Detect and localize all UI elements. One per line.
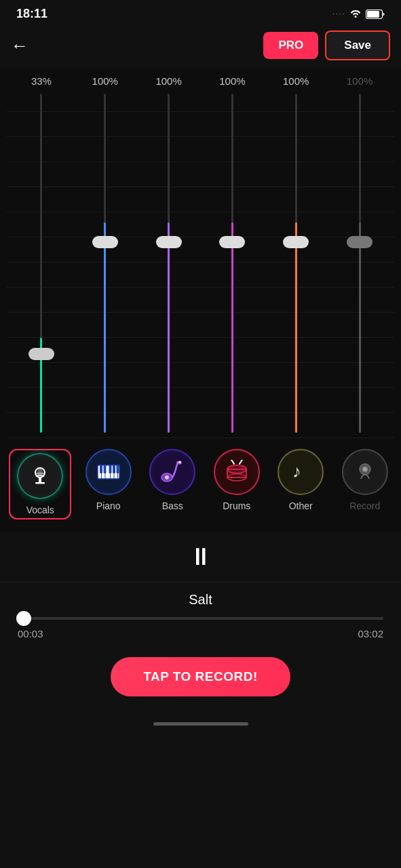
svg-rect-17 (109, 465, 111, 473)
total-time: 03:02 (358, 628, 383, 639)
status-time: 18:11 (16, 7, 47, 21)
progress-container[interactable]: 00:03 03:02 (11, 617, 390, 650)
time-labels: 00:03 03:02 (18, 625, 383, 650)
instr-button-other[interactable]: ♪ Other (273, 449, 328, 519)
battery-icon (366, 9, 385, 19)
instr-button-bass[interactable]: Bass (145, 449, 199, 519)
svg-rect-15 (100, 465, 102, 473)
fader-thumb-piano[interactable] (92, 236, 118, 248)
instr-label-drums: Drums (223, 500, 250, 511)
home-bar (153, 722, 248, 726)
drums-icon (214, 449, 260, 495)
fader-track-vocals (40, 94, 42, 433)
fader-fill-record (359, 222, 361, 433)
pct-vocals: 33% (18, 75, 65, 87)
fader-track-other (295, 94, 297, 433)
svg-point-30 (227, 465, 246, 473)
vocals-icon (17, 453, 63, 499)
svg-rect-18 (113, 465, 115, 473)
fader-thumb-drums[interactable] (219, 236, 245, 248)
instr-button-record[interactable]: Record (338, 449, 392, 519)
fader-record[interactable] (336, 94, 383, 433)
percentage-labels: 33% 100% 100% 100% 100% 100% (7, 68, 394, 87)
fader-other[interactable] (272, 94, 320, 433)
svg-point-23 (165, 475, 169, 479)
fader-track-drums (231, 94, 233, 433)
pct-other: 100% (272, 75, 320, 87)
instr-label-other: Other (289, 500, 313, 511)
piano-icon (85, 449, 132, 495)
svg-rect-4 (35, 482, 45, 484)
instr-button-vocals[interactable]: Vocals (13, 453, 67, 515)
instr-label-piano: Piano (96, 500, 121, 511)
signal-dots-icon: ···· (332, 10, 345, 18)
record-icon (342, 449, 388, 495)
mixer-section: 33% 100% 100% 100% 100% 100% (0, 68, 401, 439)
svg-rect-1 (367, 11, 379, 18)
svg-line-29 (240, 460, 242, 464)
fader-fill-other (295, 222, 297, 433)
fader-thumb-bass[interactable] (156, 236, 182, 248)
pause-button[interactable]: ⏸ (189, 542, 213, 571)
header-right: PRO Save (263, 31, 390, 60)
fader-vocals[interactable] (18, 94, 65, 433)
fader-thumb-record[interactable] (347, 236, 373, 248)
song-section: Salt 00:03 03:02 (0, 582, 401, 650)
home-indicator (0, 717, 401, 734)
fader-bass[interactable] (145, 94, 193, 433)
svg-point-34 (364, 468, 366, 471)
current-time: 00:03 (18, 628, 43, 639)
svg-point-5 (37, 468, 43, 477)
progress-bar-track[interactable] (18, 617, 383, 620)
svg-text:♪: ♪ (292, 461, 301, 481)
status-icons: ···· (332, 8, 385, 20)
instr-button-piano[interactable]: Piano (81, 449, 136, 519)
pct-drums: 100% (208, 75, 256, 87)
status-bar: 18:11 ···· (0, 0, 401, 25)
pct-piano: 100% (81, 75, 129, 87)
instr-vocals-selected-border: Vocals (9, 449, 71, 519)
other-icon: ♪ (278, 449, 324, 495)
instruments-row: Vocals Piano (0, 439, 401, 532)
fader-thumb-other[interactable] (283, 236, 309, 248)
fader-fill-drums (231, 222, 233, 433)
playback-controls: ⏸ (0, 532, 401, 582)
faders-container (7, 87, 394, 439)
instr-label-vocals: Vocals (26, 505, 54, 515)
fader-piano[interactable] (81, 94, 129, 433)
progress-thumb[interactable] (16, 611, 31, 626)
svg-line-28 (231, 460, 234, 464)
instr-label-record: Record (349, 500, 380, 511)
song-title: Salt (11, 585, 390, 617)
tap-record-container: TAP TO RECORD! (0, 650, 401, 717)
pct-record: 100% (336, 75, 383, 87)
svg-rect-16 (103, 465, 106, 473)
bass-icon (149, 449, 195, 495)
svg-rect-3 (39, 477, 41, 483)
svg-rect-19 (116, 465, 119, 473)
back-button[interactable]: ← (11, 35, 28, 56)
fader-drums[interactable] (208, 94, 256, 433)
instr-label-bass: Bass (162, 500, 183, 511)
fader-fill-piano (104, 222, 106, 433)
tap-record-button[interactable]: TAP TO RECORD! (111, 657, 290, 696)
wifi-icon (349, 8, 362, 20)
pct-bass: 100% (145, 75, 193, 87)
pro-button[interactable]: PRO (263, 32, 318, 59)
header: ← PRO Save (0, 25, 401, 68)
svg-point-24 (178, 461, 181, 464)
instr-button-drums[interactable]: Drums (210, 449, 264, 519)
fader-track-record (359, 94, 361, 433)
fader-track-bass (168, 94, 170, 433)
fader-fill-bass (168, 222, 170, 433)
save-button[interactable]: Save (325, 31, 390, 60)
fader-track-piano (104, 94, 106, 433)
fader-thumb-vocals[interactable] (28, 348, 54, 360)
